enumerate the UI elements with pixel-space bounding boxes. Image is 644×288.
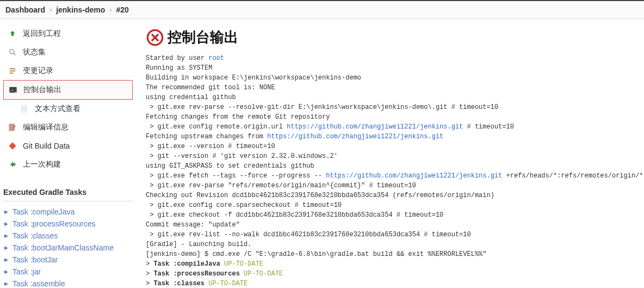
search-icon bbox=[8, 47, 17, 57]
svg-rect-3 bbox=[10, 70, 16, 71]
console-line: > Task :classes UP-TO-DATE bbox=[146, 279, 644, 288]
console-line: > git.exe rev-list --no-walk dcd1bbc4621… bbox=[146, 230, 644, 240]
sidebar-item-plaintext[interactable]: 文本方式查看 bbox=[3, 100, 133, 118]
sidebar-item-label: 返回到工程 bbox=[23, 29, 61, 39]
sidebar-item-label: 文本方式查看 bbox=[35, 104, 81, 114]
console-line: > git.exe fetch --tags --force --progres… bbox=[146, 171, 644, 181]
console-line: Building in workspace E:\jenkins\workspa… bbox=[146, 73, 644, 83]
executed-task-item[interactable]: Task :compileJava bbox=[4, 206, 133, 218]
document-icon bbox=[20, 104, 29, 114]
arrow-left-icon bbox=[8, 160, 17, 169]
executed-task-item[interactable]: Task :jar bbox=[4, 266, 133, 278]
sidebar-item-label: 变更记录 bbox=[23, 66, 53, 76]
crumb-dashboard[interactable]: Dashboard bbox=[5, 5, 45, 14]
list-icon bbox=[8, 66, 17, 76]
svg-rect-2 bbox=[10, 68, 16, 69]
console-line: > Task :compileJava UP-TO-DATE bbox=[146, 259, 644, 269]
sidebar-item-label: 状态集 bbox=[23, 47, 46, 57]
page-title: 控制台输出 bbox=[146, 28, 644, 47]
svg-text:＞_: ＞_ bbox=[10, 88, 16, 93]
breadcrumb: Dashboard › jenkins-demo › #20 bbox=[0, 0, 644, 19]
chevron-right-icon: › bbox=[49, 6, 52, 14]
sidebar-item-console[interactable]: ＞_ 控制台输出 bbox=[3, 80, 133, 100]
sidebar-item-git[interactable]: Git Build Data bbox=[3, 137, 133, 155]
crumb-project[interactable]: jenkins-demo bbox=[56, 5, 105, 14]
chevron-right-icon: › bbox=[109, 6, 112, 14]
console-line: > git.exe rev-parse "refs/remotes/origin… bbox=[146, 181, 644, 191]
sidebar-item-label: Git Build Data bbox=[23, 142, 70, 150]
terminal-icon: ＞_ bbox=[8, 85, 18, 95]
executed-task-item[interactable]: Task :assemble bbox=[4, 278, 133, 288]
arrow-up-icon bbox=[8, 29, 17, 39]
console-line: using GIT_ASKPASS to set credentials git… bbox=[146, 161, 644, 171]
console-line: > git.exe config remote.origin.url https… bbox=[146, 122, 644, 132]
console-line: Fetching changes from the remote Git rep… bbox=[146, 112, 644, 122]
svg-rect-7 bbox=[22, 106, 26, 112]
svg-rect-4 bbox=[10, 72, 14, 73]
repo-link[interactable]: https://github.com/zhangjiwei1221/jenkin… bbox=[287, 123, 463, 131]
repo-link[interactable]: https://github.com/zhangjiwei1221/jenkin… bbox=[267, 133, 443, 140]
console-line: Started by user root bbox=[146, 53, 644, 63]
page-title-text: 控制台输出 bbox=[168, 28, 238, 47]
console-line: Fetching upstream changes from https://g… bbox=[146, 132, 644, 142]
notepad-icon bbox=[8, 122, 17, 132]
user-link[interactable]: root bbox=[208, 54, 224, 62]
main-content: 控制台输出 Started by user rootRunning as SYS… bbox=[136, 19, 644, 288]
console-line: > git.exe --version # timeout=10 bbox=[146, 142, 644, 151]
sidebar-item-label: 控制台输出 bbox=[23, 85, 61, 95]
git-icon bbox=[8, 141, 17, 151]
console-line: The recommended git tool is: NONE bbox=[146, 83, 644, 93]
executed-task-item[interactable]: Task :bootJar bbox=[4, 254, 133, 266]
console-line: > git.exe config core.sparsecheckout # t… bbox=[146, 200, 644, 210]
sidebar-item-label: 编辑编译信息 bbox=[23, 122, 69, 132]
console-line: > Task :processResources UP-TO-DATE bbox=[146, 269, 644, 279]
console-line: > git.exe checkout -f dcd1bbc4621b83c239… bbox=[146, 210, 644, 220]
console-line: [Gradle] - Launching build. bbox=[146, 240, 644, 249]
sidebar-item-back[interactable]: 返回到工程 bbox=[3, 24, 133, 43]
sidebar: 返回到工程 状态集 变更记录 ＞_ 控制台输出 文本方式查看 bbox=[0, 19, 136, 288]
svg-line-1 bbox=[14, 53, 15, 55]
console-line: [jenkins-demo] $ cmd.exe /C "E:\gradle-6… bbox=[146, 249, 644, 259]
status-failed-icon bbox=[146, 28, 164, 47]
console-line: > git.exe rev-parse --resolve-git-dir E:… bbox=[146, 102, 644, 112]
executed-tasks-list: Task :compileJavaTask :processResourcesT… bbox=[3, 201, 133, 288]
sidebar-item-edit-build[interactable]: 编辑编译信息 bbox=[3, 118, 133, 137]
executed-tasks-heading: Executed Gradle Tasks bbox=[3, 180, 133, 201]
console-line: > git --version # 'git version 2.32.0.wi… bbox=[146, 151, 644, 161]
console-line: Running as SYSTEM bbox=[146, 63, 644, 73]
svg-point-0 bbox=[10, 50, 14, 54]
crumb-build[interactable]: #20 bbox=[116, 5, 128, 14]
repo-link[interactable]: https://github.com/zhangjiwei1221/jenkin… bbox=[326, 172, 502, 180]
executed-task-item[interactable]: Task :bootJarMainClassName bbox=[4, 242, 133, 254]
sidebar-item-status[interactable]: 状态集 bbox=[3, 43, 133, 62]
console-line: Commit message: "update" bbox=[146, 220, 644, 230]
console-line: Checking out Revision dcd1bbc4621b83c239… bbox=[146, 191, 644, 200]
console-line: using credential github bbox=[146, 93, 644, 102]
sidebar-item-label: 上一次构建 bbox=[23, 160, 61, 169]
executed-task-item[interactable]: Task :processResources bbox=[4, 218, 133, 230]
sidebar-item-prev-build[interactable]: 上一次构建 bbox=[3, 155, 133, 174]
console-output: Started by user rootRunning as SYSTEMBui… bbox=[146, 53, 644, 288]
sidebar-item-changes[interactable]: 变更记录 bbox=[3, 62, 133, 80]
executed-task-item[interactable]: Task :classes bbox=[4, 230, 133, 242]
